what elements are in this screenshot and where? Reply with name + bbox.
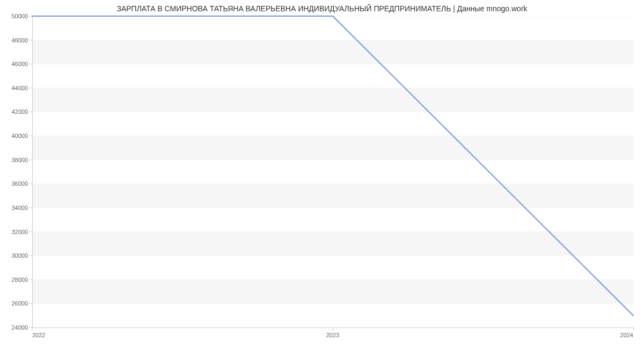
chart-container: ЗАРПЛАТА В СМИРНОВА ТАТЬЯНА ВАЛЕРЬЕВНА И… [0, 0, 644, 349]
plot-area: 2400026000280003000032000340003600038000… [32, 16, 633, 328]
svg-text:44000: 44000 [11, 85, 28, 91]
svg-text:2023: 2023 [326, 332, 339, 338]
svg-rect-1 [32, 232, 633, 256]
svg-text:50000: 50000 [11, 13, 28, 19]
svg-rect-3 [32, 136, 633, 160]
svg-text:32000: 32000 [11, 229, 28, 235]
svg-rect-4 [32, 88, 633, 112]
svg-text:46000: 46000 [11, 61, 28, 67]
svg-text:2022: 2022 [32, 332, 45, 338]
svg-text:38000: 38000 [11, 157, 28, 163]
svg-rect-2 [32, 184, 633, 208]
svg-text:42000: 42000 [11, 108, 28, 115]
svg-text:40000: 40000 [11, 133, 28, 139]
svg-text:26000: 26000 [11, 300, 28, 307]
svg-rect-0 [32, 280, 633, 304]
chart-svg: 2400026000280003000032000340003600038000… [32, 16, 633, 338]
svg-text:28000: 28000 [11, 277, 28, 283]
svg-text:30000: 30000 [11, 252, 28, 259]
svg-rect-5 [32, 40, 633, 64]
svg-text:48000: 48000 [11, 37, 28, 43]
svg-text:34000: 34000 [11, 205, 28, 211]
svg-text:24000: 24000 [11, 324, 28, 331]
svg-text:36000: 36000 [11, 180, 28, 187]
chart-title: ЗАРПЛАТА В СМИРНОВА ТАТЬЯНА ВАЛЕРЬЕВНА И… [0, 4, 644, 13]
svg-text:2024: 2024 [620, 332, 633, 338]
